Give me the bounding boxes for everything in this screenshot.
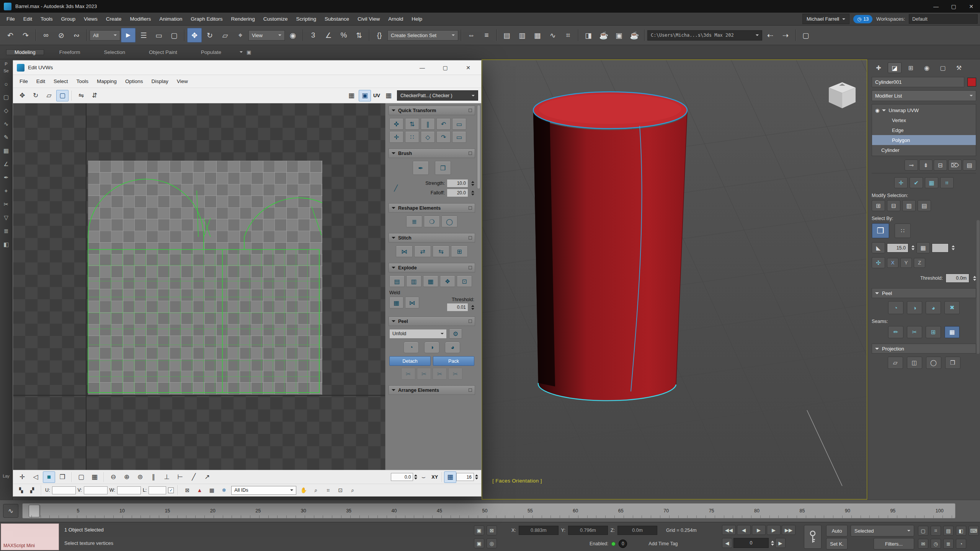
select-and-scale-icon[interactable]: ▱ xyxy=(218,28,232,42)
commit-icon[interactable]: ✔ xyxy=(910,177,923,188)
notification-badge[interactable]: ◷ 13 xyxy=(853,15,872,23)
menu-scripting[interactable]: Scripting xyxy=(292,13,321,25)
lock-aspect-checkbox[interactable]: ✓ xyxy=(168,487,174,493)
current-frame-field[interactable]: 0 xyxy=(733,538,769,548)
undo-icon[interactable]: ↶ xyxy=(3,28,18,42)
motion-tab-icon[interactable]: ◉ xyxy=(920,62,934,73)
dashed-region-icon[interactable]: ▢ xyxy=(75,471,87,483)
cube-view-icon[interactable]: ❒ xyxy=(56,471,69,483)
weld-selected-icon[interactable]: ▦ xyxy=(389,297,403,308)
align-selection-button[interactable]: ✣ xyxy=(872,257,885,268)
play-icon[interactable]: ▶ xyxy=(752,525,766,535)
configure-modifier-sets-icon[interactable]: ▤ xyxy=(963,160,976,171)
menu-civil-view[interactable]: Civil View xyxy=(353,13,384,25)
spinner[interactable] xyxy=(471,179,474,187)
stitch-header[interactable]: Stitch xyxy=(389,233,475,243)
freeze-icon[interactable]: ❄ xyxy=(219,485,229,495)
reshape-elements-header[interactable]: Reshape Elements xyxy=(389,203,475,213)
project-path-dropdown[interactable]: C:\Users\Micha...s\3ds Max 202 xyxy=(647,30,762,41)
snap-grid-icon[interactable]: ▦ xyxy=(444,471,456,483)
peel-mode-dropdown[interactable]: Unfold xyxy=(389,329,447,339)
falloff-field[interactable]: 20.0 xyxy=(447,189,468,197)
arrange-elements-header[interactable]: Arrange Elements xyxy=(389,385,475,395)
spinner[interactable] xyxy=(414,473,417,481)
edge-ring-icon[interactable]: ⊚ xyxy=(134,471,146,483)
tab-populate[interactable]: Populate xyxy=(193,49,230,55)
select-and-rotate-icon[interactable]: ↻ xyxy=(203,28,217,42)
tab-modeling[interactable]: Modeling xyxy=(6,49,44,55)
quick-peel-icon[interactable]: ◔ xyxy=(888,301,903,314)
set-key-button[interactable]: Set K. xyxy=(826,538,848,549)
select-and-link-icon[interactable]: ∞ xyxy=(39,28,53,42)
previous-frame-icon[interactable]: ◀ xyxy=(737,525,751,535)
workspace-dropdown[interactable]: Default xyxy=(909,14,978,24)
snap-toggle-icon[interactable]: 3 xyxy=(306,28,320,42)
ribbon-chevron-down-icon[interactable] xyxy=(240,51,243,54)
arrow-tool-icon[interactable]: ↗ xyxy=(201,471,213,483)
toggle-ribbon-icon[interactable]: ▦ xyxy=(530,28,545,42)
zoom-extents-icon[interactable]: ⊡ xyxy=(335,485,346,495)
spinner[interactable] xyxy=(771,539,774,547)
unlink-selection-icon[interactable]: ⊘ xyxy=(54,28,69,42)
lock-selection-icon[interactable]: ⊠ xyxy=(182,485,193,495)
toggle-layer-explorer-icon[interactable]: ▥ xyxy=(515,28,529,42)
named-selection-set-combo[interactable]: Create Selection Set xyxy=(387,30,458,41)
mini-listener-icon[interactable]: ≣ xyxy=(943,539,954,549)
spinner-snap-icon[interactable]: ⇅ xyxy=(352,28,366,42)
object-color-swatch[interactable] xyxy=(967,78,976,86)
matid-field[interactable] xyxy=(932,243,949,253)
percent-snap-icon[interactable]: % xyxy=(336,28,351,42)
mirror-horizontal-icon[interactable]: ⇋ xyxy=(75,90,87,101)
render-production-icon[interactable]: ☕ xyxy=(627,28,642,42)
lasso-select-icon[interactable]: ∿ xyxy=(2,119,11,129)
show-map-icon[interactable]: ▣ xyxy=(359,90,371,101)
dashed-grid-icon[interactable]: ▦ xyxy=(88,471,101,483)
user-account-menu[interactable]: Michael Farrell xyxy=(802,14,849,24)
time-configuration-icon[interactable]: ◷ xyxy=(931,539,941,549)
layout-icon[interactable]: ▤ xyxy=(943,526,954,536)
soft-curve-icon[interactable]: ⌣ xyxy=(417,471,430,483)
quick-transform-header[interactable]: Quick Transform xyxy=(389,106,475,115)
uv-menu-tools[interactable]: Tools xyxy=(72,78,93,84)
tab-freeform[interactable]: Freeform xyxy=(51,49,89,55)
menu-views[interactable]: Views xyxy=(80,13,102,25)
stack-row-edge[interactable]: Edge xyxy=(872,125,976,135)
uvw-maximize-button[interactable]: ▢ xyxy=(440,65,451,71)
uv-menu-edit[interactable]: Edit xyxy=(32,78,49,84)
menu-modifiers[interactable]: Modifiers xyxy=(126,13,155,25)
progress-icon[interactable]: ◔ xyxy=(956,539,966,549)
move-free-icon[interactable]: ✛ xyxy=(389,131,403,143)
pack-button[interactable]: Pack xyxy=(433,356,474,366)
rotate-cw-icon[interactable]: ↷ xyxy=(436,131,451,143)
align-to-edge-icon[interactable]: ▭ xyxy=(452,118,466,130)
uv-menu-select[interactable]: Select xyxy=(49,78,72,84)
spherical-map-icon[interactable]: ◯ xyxy=(926,357,941,369)
uv-menu-view[interactable]: View xyxy=(173,78,192,84)
plus-tools-icon[interactable]: ✛ xyxy=(894,177,908,188)
menu-graph-editors[interactable]: Graph Editors xyxy=(186,13,227,25)
material-editor-icon[interactable]: ◨ xyxy=(581,28,596,42)
shrink-selection-icon[interactable]: ⊟ xyxy=(887,200,900,211)
edit-named-selection-sets-icon[interactable]: {} xyxy=(372,28,387,42)
absolute-mode-icon[interactable]: ✛ xyxy=(16,471,28,483)
falloff-curve-icon[interactable]: ╱ xyxy=(389,183,402,194)
detach-button[interactable]: Detach xyxy=(389,356,431,366)
selected-fill-icon[interactable]: ■ xyxy=(43,471,55,483)
panel-scrollbar[interactable] xyxy=(977,220,980,354)
peel-mode-icon[interactable]: ◑ xyxy=(424,342,439,353)
rotate-ccw-icon[interactable]: ↶ xyxy=(436,118,451,130)
notification-icon[interactable]: ✉ xyxy=(918,539,928,549)
snap-triangle-icon[interactable]: ◁ xyxy=(29,471,42,483)
space-horizontal-icon[interactable]: ∥ xyxy=(421,118,435,130)
selected-key-set-dropdown[interactable]: Selected xyxy=(851,525,914,536)
stitch-custom-icon[interactable]: ⋈ xyxy=(396,246,413,257)
maximize-button[interactable]: ▢ xyxy=(945,0,962,13)
planar-angle-toggle[interactable]: ◣ xyxy=(872,242,885,253)
material-id-filter-dropdown[interactable]: All IDs xyxy=(231,486,296,495)
half-square-icon[interactable]: ◧ xyxy=(2,240,11,249)
align-pivot-icon[interactable]: ◇ xyxy=(421,131,435,143)
distribute-icon[interactable]: ∷ xyxy=(405,131,419,143)
w-field[interactable] xyxy=(117,486,141,494)
uvw-minimize-button[interactable]: — xyxy=(417,65,428,71)
offset-mode-icon[interactable]: ▣ xyxy=(474,538,484,548)
